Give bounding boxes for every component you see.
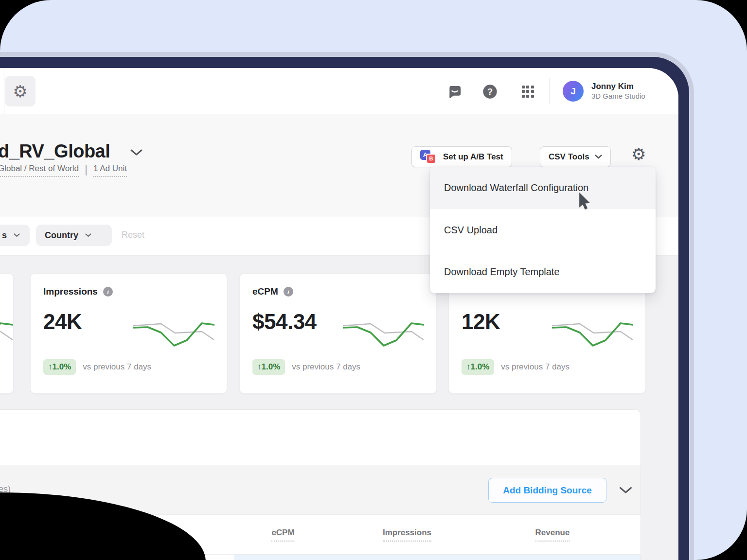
left-divider xyxy=(4,68,4,114)
filter-truncated-label: s xyxy=(2,230,7,241)
chevron-down-icon xyxy=(619,487,632,494)
menu-item-download-empty-template[interactable]: Download Empty Template xyxy=(430,251,656,293)
chevron-down-icon xyxy=(595,155,602,159)
card-value: 12K xyxy=(462,310,500,334)
add-bidding-source-button[interactable]: Add Bidding Source xyxy=(488,478,606,503)
card-title: eCPM xyxy=(252,286,278,297)
csv-tools-label: CSV Tools xyxy=(549,152,589,162)
card-title: Impressions xyxy=(43,286,98,297)
column-header-impressions[interactable]: Impressions xyxy=(383,528,431,542)
change-badge: ↑1.0% xyxy=(252,359,285,375)
chevron-down-icon xyxy=(130,149,142,156)
breadcrumb-ad-unit-link[interactable]: 1 Ad Unit xyxy=(93,164,127,177)
filter-country-dropdown[interactable]: Country xyxy=(36,225,112,246)
info-icon[interactable]: i xyxy=(284,287,293,297)
csv-tools-button[interactable]: CSV Tools xyxy=(540,146,611,167)
reset-filters-button[interactable]: Reset xyxy=(122,230,144,240)
user-org: 3D Game Studio xyxy=(591,91,645,101)
app-window: ⚙ ? xyxy=(0,52,694,560)
csv-tools-menu: Download Waterfall Configuration CSV Upl… xyxy=(430,167,656,293)
window-bezel: ⚙ ? xyxy=(0,57,689,560)
svg-text:?: ? xyxy=(487,86,493,96)
change-badge: ↑1.0% xyxy=(462,359,494,375)
breadcrumb: Global / Rest of World 1 Ad Unit xyxy=(0,164,127,177)
chevron-down-icon xyxy=(14,233,20,237)
waterfall-settings-gear-icon[interactable]: ⚙ xyxy=(631,146,646,162)
card-value: $54.34 xyxy=(252,310,317,334)
sparkline-chart xyxy=(552,321,633,347)
marketing-canvas: ⚙ ? xyxy=(0,0,747,560)
ab-test-icon: A B xyxy=(420,150,438,164)
breadcrumb-separator xyxy=(86,165,87,175)
collapse-section-button[interactable] xyxy=(619,487,632,496)
metric-card-ecpm: eCPM i $54.34 ↑1.0% vs previous 7 days xyxy=(239,273,437,394)
menu-item-csv-upload[interactable]: CSV Upload xyxy=(430,209,656,251)
metric-card-impressions: Impressions i 24K ↑1.0% vs previous 7 da… xyxy=(30,273,227,394)
menu-item-download-waterfall-configuration[interactable]: Download Waterfall Configuration xyxy=(430,167,656,209)
topbar-divider xyxy=(549,78,550,105)
sparkline-chart xyxy=(133,321,214,347)
column-header-ecpm[interactable]: eCPM xyxy=(271,528,294,542)
apps-grid-icon xyxy=(522,86,534,98)
country-filter-label: Country xyxy=(45,230,78,241)
metric-card-cut xyxy=(0,273,14,394)
avatar: J xyxy=(563,81,584,102)
sparkline-chart xyxy=(343,321,424,347)
help-button[interactable]: ? xyxy=(481,83,498,100)
highlighted-table-row xyxy=(234,555,640,560)
user-name: Jonny Kim xyxy=(591,81,645,91)
chevron-down-icon xyxy=(85,233,91,237)
gear-outline-icon: ⚙ xyxy=(13,83,27,100)
page-title: d_RV_Global xyxy=(0,141,110,162)
setup-ab-test-button[interactable]: A B Set up A/B Test xyxy=(411,146,512,167)
card-value: 24K xyxy=(43,310,82,334)
column-header-revenue[interactable]: Revenue xyxy=(535,528,570,542)
compare-label: vs previous 7 days xyxy=(292,362,360,372)
help-icon: ? xyxy=(482,84,498,100)
info-icon[interactable]: i xyxy=(103,287,113,297)
chat-bubble-icon xyxy=(447,84,462,99)
filter-truncated-dropdown[interactable]: s xyxy=(0,225,30,246)
compare-label: vs previous 7 days xyxy=(501,362,569,372)
change-badge: ↑1.0% xyxy=(43,359,76,375)
window-content: ⚙ ? xyxy=(0,68,678,560)
ab-test-label: Set up A/B Test xyxy=(443,152,503,162)
support-chat-button[interactable] xyxy=(445,83,463,100)
admin-settings-button[interactable]: ⚙ xyxy=(5,76,36,106)
waterfall-selector-dropdown[interactable] xyxy=(130,149,142,158)
apps-grid-button[interactable] xyxy=(519,83,536,100)
breadcrumb-group-link[interactable]: Global / Rest of World xyxy=(0,164,79,177)
compare-label: vs previous 7 days xyxy=(83,362,151,372)
topbar: ⚙ ? xyxy=(0,68,678,114)
user-menu[interactable]: J Jonny Kim 3D Game Studio xyxy=(563,81,645,102)
sparkline-chart xyxy=(0,321,13,347)
